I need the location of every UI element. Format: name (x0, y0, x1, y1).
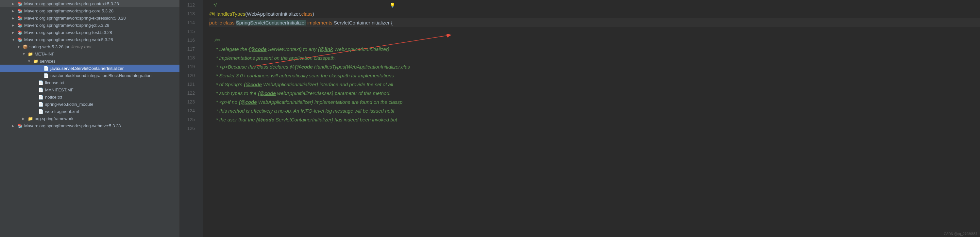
code-line: * of Spring's {@code WebApplicationIniti… (209, 80, 980, 89)
tree-arrow-icon[interactable]: ▼ (17, 45, 22, 49)
tree-item-label: Maven: org.springframework:spring-test:5… (24, 30, 112, 35)
jar-icon: 📦 (22, 44, 28, 49)
code-line: * the user that the {@code ServletContai… (209, 115, 980, 124)
maven-icon: 📚 (17, 16, 23, 21)
maven-icon: 📚 (17, 8, 23, 13)
tree-item-label: Maven: org.springframework:spring-webmvc… (24, 123, 121, 128)
project-tree[interactable]: ▶📚Maven: org.springframework:spring-cont… (0, 0, 180, 237)
tree-arrow-icon[interactable]: ▶ (12, 2, 17, 6)
maven-icon: 📚 (17, 37, 23, 42)
tree-item[interactable]: ▶📚Maven: org.springframework:spring-expr… (0, 14, 180, 22)
line-number[interactable]: 124 (180, 106, 199, 115)
tree-arrow-icon[interactable]: ▶ (12, 31, 17, 34)
tree-item-label: reactor.blockhound.integration.BlockHoun… (50, 73, 151, 78)
tree-item[interactable]: ▶📁org.springframework (0, 115, 180, 122)
tree-item-label: Maven: org.springframework:spring-expres… (24, 16, 126, 21)
line-number[interactable]: 121 (180, 80, 199, 89)
line-number[interactable]: 117 (180, 45, 199, 54)
tree-item-label: org.springframework (35, 116, 73, 121)
tree-item-label: Maven: org.springframework:spring-jcl:5.… (24, 23, 109, 28)
tree-item-label: Maven: org.springframework:spring-web:5.… (24, 37, 113, 42)
code-line: * <p>Because this class declares @{@code… (209, 62, 980, 71)
tree-item[interactable]: ▼📁META-INF (0, 50, 180, 57)
tree-item[interactable]: 📄reactor.blockhound.integration.BlockHou… (0, 72, 180, 79)
tree-item[interactable]: ▶📚Maven: org.springframework:spring-core… (0, 7, 180, 14)
line-number[interactable]: 116 (180, 36, 199, 45)
tree-item-label: spring-web.kotlin_module (45, 102, 93, 107)
tree-item[interactable]: 📄notice.txt (0, 93, 180, 101)
code-line: * <p>If no {@code WebApplicationInitiali… (209, 98, 980, 106)
code-area[interactable]: */ @HandlesTypes(WebApplicationInitializ… (203, 0, 980, 237)
tree-item-label: META-INF (35, 52, 54, 57)
line-number[interactable]: 119 (180, 62, 199, 71)
line-number[interactable]: 122 (180, 89, 199, 98)
line-number[interactable]: 123 (180, 98, 199, 106)
line-number[interactable]: 120 (180, 71, 199, 80)
xml-icon: 📄 (38, 109, 44, 114)
tree-arrow-icon[interactable]: ▶ (12, 124, 17, 128)
folder-icon: 📁 (27, 116, 33, 121)
tree-item-label: web-fragment.xml (45, 109, 79, 114)
tree-item-label: javax.servlet.ServletContainerInitialize… (50, 66, 124, 71)
code-line: */ (209, 1, 980, 9)
tree-item[interactable]: ▼📦spring-web-5.3.28.jarlibrary root (0, 43, 180, 50)
tree-item[interactable]: ▶📚Maven: org.springframework:spring-jcl:… (0, 22, 180, 29)
line-number[interactable]: 125 (180, 115, 199, 124)
line-number[interactable]: 118 (180, 54, 199, 62)
code-line: * this method is effectively a no-op. An… (209, 106, 980, 115)
code-line: * implementations present on the applica… (209, 54, 980, 62)
file-icon: 📄 (38, 80, 44, 85)
code-line: @HandlesTypes(WebApplicationInitializer.… (209, 9, 980, 18)
code-line (209, 27, 980, 36)
tree-item[interactable]: ▶📚Maven: org.springframework:spring-test… (0, 29, 180, 36)
line-number[interactable]: 115 (180, 27, 199, 36)
watermark: CSDN @qq_27986857 (944, 232, 977, 236)
code-line: /** (209, 36, 980, 45)
maven-icon: 📚 (17, 23, 23, 28)
maven-icon: 📚 (17, 1, 23, 6)
code-line: * Delegate the {@code ServletContext} to… (209, 45, 980, 54)
tree-item[interactable]: ▶📚Maven: org.springframework:spring-webm… (0, 122, 180, 129)
tree-item-label: notice.txt (45, 95, 62, 100)
tree-item-label: services (40, 59, 56, 64)
tree-item[interactable]: 📄MANIFEST.MF (0, 86, 180, 93)
tree-item-suffix: library root (71, 44, 91, 49)
tree-item[interactable]: 📄spring-web.kotlin_module (0, 101, 180, 108)
tree-arrow-icon[interactable]: ▶ (12, 16, 17, 20)
file-icon: 📄 (38, 102, 44, 107)
tree-item-label: license.txt (45, 80, 64, 85)
tree-arrow-icon[interactable]: ▼ (12, 38, 17, 41)
file-icon: 📄 (43, 66, 49, 71)
line-number[interactable]: 112 (180, 1, 199, 9)
tree-arrow-icon[interactable]: ▶ (12, 9, 17, 13)
tree-item[interactable]: 📄license.txt (0, 79, 180, 86)
folder-icon: 📁 (27, 52, 33, 57)
tree-arrow-icon[interactable]: ▼ (27, 59, 33, 63)
intention-bulb-icon[interactable]: 💡 (390, 3, 395, 8)
maven-icon: 📚 (17, 123, 23, 128)
tree-arrow-icon[interactable]: ▶ (12, 24, 17, 27)
tree-item-label: spring-web-5.3.28.jar (29, 44, 69, 49)
line-number[interactable]: 113 (180, 9, 199, 18)
folder-icon: 📁 (33, 59, 38, 64)
code-line: * Servlet 3.0+ containers will automatic… (209, 71, 980, 80)
tree-arrow-icon[interactable]: ▶ (22, 117, 27, 120)
line-number[interactable]: 114 (180, 18, 199, 27)
code-line-current: public class SpringServletContainerIniti… (209, 18, 980, 27)
file-icon: 📄 (43, 73, 49, 78)
line-number[interactable]: 126 (180, 124, 199, 133)
tree-item[interactable]: ▶📚Maven: org.springframework:spring-cont… (0, 0, 180, 7)
code-editor[interactable]: 1121131141151161171181191201211221231241… (180, 0, 980, 237)
code-line: * such types to the {@code webAppInitial… (209, 89, 980, 98)
tree-item[interactable]: ▼📁services (0, 57, 180, 65)
maven-icon: 📚 (17, 30, 23, 35)
tree-item-label: Maven: org.springframework:spring-core:5… (24, 8, 113, 13)
tree-arrow-icon[interactable]: ▼ (22, 52, 27, 56)
tree-item-label: MANIFEST.MF (45, 87, 73, 92)
tree-item[interactable]: 📄javax.servlet.ServletContainerInitializ… (0, 65, 180, 72)
tree-item[interactable]: 📄web-fragment.xml (0, 108, 180, 115)
file-icon: 📄 (38, 87, 44, 92)
tree-item-label: Maven: org.springframework:spring-contex… (24, 1, 119, 6)
tree-item[interactable]: ▼📚Maven: org.springframework:spring-web:… (0, 36, 180, 43)
file-icon: 📄 (38, 95, 44, 100)
